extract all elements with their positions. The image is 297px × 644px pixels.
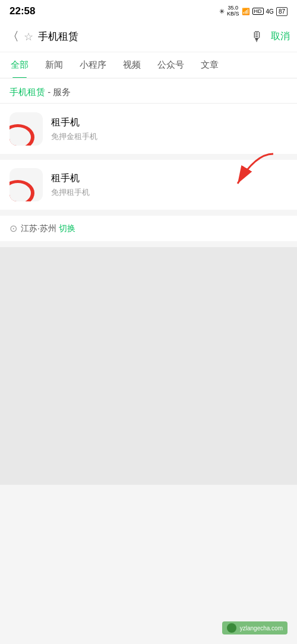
service-card-1[interactable]: 租手机 免押金租手机 [0, 104, 297, 154]
card-info-2: 租手机 免押租手机 [51, 172, 287, 198]
search-bar: 〈 ☆ 手机租赁 🎙 取消 [0, 21, 297, 52]
battery-icon: 87 [276, 7, 287, 16]
card-info-1: 租手机 免押金租手机 [51, 116, 287, 142]
wifi-icon: 📶 [242, 8, 250, 15]
arrow-container: 租手机 免押租手机 [0, 160, 297, 210]
status-bar: 22:58 ✳ 35.0KB/S 📶 HD 4G 87 [0, 0, 297, 21]
tab-video[interactable]: 视频 [115, 52, 149, 78]
tab-article[interactable]: 文章 [192, 52, 227, 78]
location-icon: ⊙ [10, 223, 17, 234]
card-subtitle-2: 免押租手机 [51, 187, 287, 198]
gray-area [0, 247, 297, 485]
tab-miniprogram[interactable]: 小程序 [71, 52, 115, 78]
location-city: 江苏·苏州 [21, 223, 56, 234]
location-bar: ⊙ 江苏·苏州 切换 [0, 216, 297, 241]
cancel-button[interactable]: 取消 [271, 30, 290, 43]
tab-all[interactable]: 全部 [2, 52, 37, 78]
watermark: yzlangecha.com [222, 621, 287, 634]
service-card-2[interactable]: 租手机 免押租手机 [0, 160, 297, 210]
mic-icon[interactable]: 🎙 [251, 29, 264, 45]
tab-account[interactable]: 公众号 [149, 52, 192, 78]
section-type: 服务 [53, 87, 71, 97]
card-title-2: 租手机 [51, 172, 287, 185]
card-subtitle-1: 免押金租手机 [51, 131, 287, 142]
main-content: 手机租赁 - 服务 租手机 免押金租手机 [0, 78, 297, 644]
network-speed: 35.0KB/S [227, 5, 239, 17]
section-separator: - [48, 87, 53, 97]
card-logo-2 [10, 168, 43, 201]
location-switch-button[interactable]: 切换 [59, 223, 75, 234]
4g-badge: 4G [266, 8, 274, 15]
watermark-text: yzlangecha.com [240, 625, 283, 632]
section-header: 手机租赁 - 服务 [0, 78, 297, 103]
card-title-1: 租手机 [51, 116, 287, 129]
card-logo-1 [10, 112, 43, 146]
category-tabs: 全部 新闻 小程序 视频 公众号 文章 [0, 52, 297, 78]
hd-badge: HD [252, 8, 264, 15]
status-icons: ✳ 35.0KB/S 📶 HD 4G 87 [219, 5, 287, 17]
search-query[interactable]: 手机租赁 [38, 30, 251, 43]
section-title: 手机租赁 - 服务 [10, 87, 287, 98]
back-button[interactable]: 〈 [7, 29, 19, 45]
bluetooth-icon: ✳ [219, 8, 225, 15]
status-time: 22:58 [10, 5, 35, 17]
star-icon[interactable]: ☆ [24, 30, 33, 43]
section-keyword: 手机租赁 [10, 87, 45, 97]
tab-news[interactable]: 新闻 [37, 52, 71, 78]
